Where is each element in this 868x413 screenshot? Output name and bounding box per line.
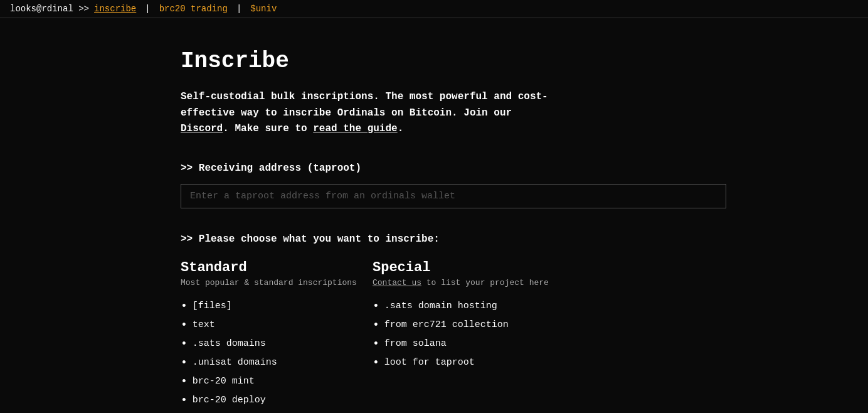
subtitle-part3: . bbox=[398, 123, 404, 134]
receiving-address-label: >> Receiving address (taproot) bbox=[181, 163, 564, 174]
list-item[interactable]: .unisat domains bbox=[181, 357, 373, 369]
list-item[interactable]: from solana bbox=[373, 338, 564, 350]
special-column: Special Contact us to list your project … bbox=[373, 260, 564, 413]
subtitle-part1: Self-custodial bulk inscriptions. The mo… bbox=[181, 91, 548, 119]
special-subtitle: Contact us to list your project here bbox=[373, 278, 564, 287]
list-item[interactable]: brc-20 mint bbox=[181, 375, 373, 388]
nav-univ-link[interactable]: $univ bbox=[250, 4, 277, 14]
list-item[interactable]: .sats domain hosting bbox=[373, 300, 564, 313]
nav-inscribe-link[interactable]: inscribe bbox=[94, 4, 136, 14]
contact-us-link[interactable]: Contact us bbox=[373, 278, 421, 287]
subtitle-part2: . Make sure to bbox=[223, 123, 313, 134]
navbar: looks@rdinal >> inscribe | brc20 trading… bbox=[0, 0, 868, 18]
choose-label: >> Please choose what you want to inscri… bbox=[181, 233, 564, 245]
list-item[interactable]: [files] bbox=[181, 300, 373, 313]
discord-link[interactable]: Discord bbox=[181, 123, 223, 134]
special-title: Special bbox=[373, 260, 564, 276]
list-item[interactable]: from erc721 collection bbox=[373, 319, 564, 331]
list-item[interactable]: brc-20 deploy bbox=[181, 394, 373, 407]
nav-separator-1: | bbox=[145, 4, 150, 14]
main-content: Inscribe Self-custodial bulk inscription… bbox=[0, 18, 564, 413]
list-item[interactable]: .sats domains bbox=[181, 338, 373, 350]
nav-separator-2: | bbox=[236, 4, 241, 14]
special-subtitle-after: to list your project here bbox=[421, 278, 549, 287]
page-title: Inscribe bbox=[181, 48, 564, 74]
nav-brc20-link[interactable]: brc20 trading bbox=[159, 4, 228, 14]
standard-list: [files] text .sats domains .unisat domai… bbox=[181, 300, 373, 413]
standard-subtitle: Most popular & standard inscriptions bbox=[181, 278, 373, 287]
list-item[interactable]: loot for taproot bbox=[373, 357, 564, 369]
nav-prefix: looks@rdinal >> bbox=[10, 4, 89, 14]
taproot-address-input[interactable] bbox=[181, 184, 726, 208]
special-list: .sats domain hosting from erc721 collect… bbox=[373, 300, 564, 369]
list-item[interactable]: text bbox=[181, 319, 373, 331]
standard-column: Standard Most popular & standard inscrip… bbox=[181, 260, 373, 413]
inscription-columns: Standard Most popular & standard inscrip… bbox=[181, 260, 564, 413]
standard-title: Standard bbox=[181, 260, 373, 276]
page-subtitle: Self-custodial bulk inscriptions. The mo… bbox=[181, 89, 564, 137]
guide-link[interactable]: read the guide bbox=[313, 123, 397, 134]
